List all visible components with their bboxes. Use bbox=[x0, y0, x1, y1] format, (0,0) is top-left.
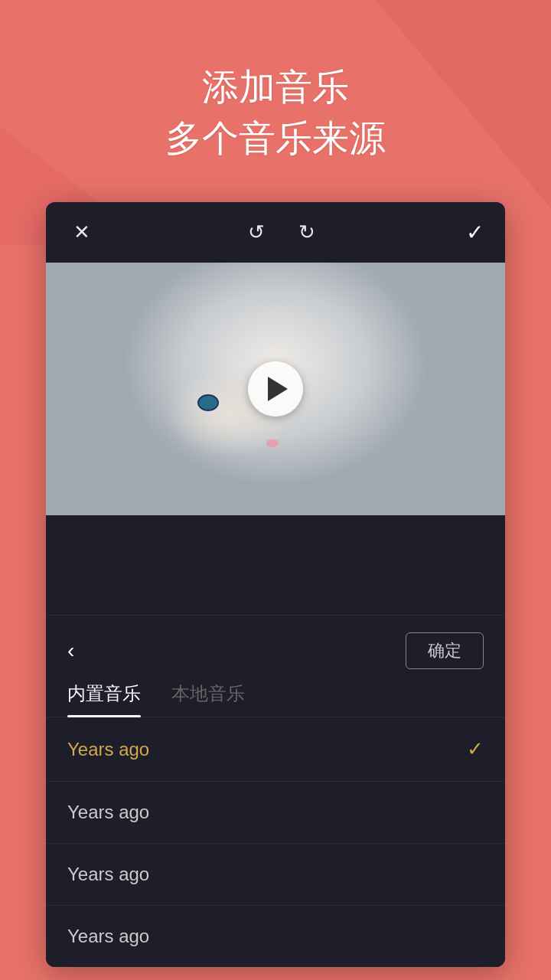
cat-eye bbox=[197, 394, 219, 411]
undo-button[interactable]: ↺ bbox=[242, 217, 271, 247]
back-button[interactable]: ‹ bbox=[67, 639, 74, 663]
main-panel: ✕ ↺ ↻ ✓ ‹ 确定 内置音乐 本地音乐 bbox=[46, 202, 505, 967]
redo-button[interactable]: ↻ bbox=[292, 217, 321, 247]
toolbar: ✕ ↺ ↻ ✓ bbox=[46, 202, 505, 263]
close-button[interactable]: ✕ bbox=[67, 217, 96, 247]
header-line1: 添加音乐 bbox=[46, 61, 505, 113]
music-list: Years ago ✓ Years ago Years ago Years ag… bbox=[46, 717, 505, 967]
header-title: 添加音乐 多个音乐来源 bbox=[46, 61, 505, 164]
music-panel: ‹ 确定 内置音乐 本地音乐 Years ago ✓ Years ago Yea… bbox=[46, 615, 505, 967]
confirm-checkmark[interactable]: ✓ bbox=[466, 220, 484, 245]
confirm-button[interactable]: 确定 bbox=[406, 632, 484, 669]
music-item[interactable]: Years ago bbox=[46, 906, 505, 967]
music-item[interactable]: Years ago bbox=[46, 844, 505, 906]
cat-nose bbox=[266, 439, 279, 447]
toolbar-center: ↺ ↻ bbox=[242, 217, 321, 247]
music-tabs: 内置音乐 本地音乐 bbox=[46, 681, 505, 717]
music-panel-header: ‹ 确定 bbox=[46, 616, 505, 681]
play-icon bbox=[268, 377, 288, 401]
music-item-name: Years ago bbox=[67, 802, 149, 823]
tab-builtin-music[interactable]: 内置音乐 bbox=[67, 681, 141, 717]
below-video-area bbox=[46, 515, 505, 615]
music-item-name: Years ago bbox=[67, 864, 149, 885]
play-button[interactable] bbox=[248, 361, 303, 416]
music-item[interactable]: Years ago ✓ bbox=[46, 717, 505, 782]
header-line2: 多个音乐来源 bbox=[46, 113, 505, 164]
music-item[interactable]: Years ago bbox=[46, 782, 505, 844]
tab-local-music[interactable]: 本地音乐 bbox=[171, 681, 245, 717]
header-area: 添加音乐 多个音乐来源 bbox=[0, 0, 551, 194]
music-item-name: Years ago bbox=[67, 739, 149, 760]
selected-check-icon: ✓ bbox=[467, 737, 484, 761]
music-item-name: Years ago bbox=[67, 926, 149, 947]
video-area bbox=[46, 263, 505, 515]
